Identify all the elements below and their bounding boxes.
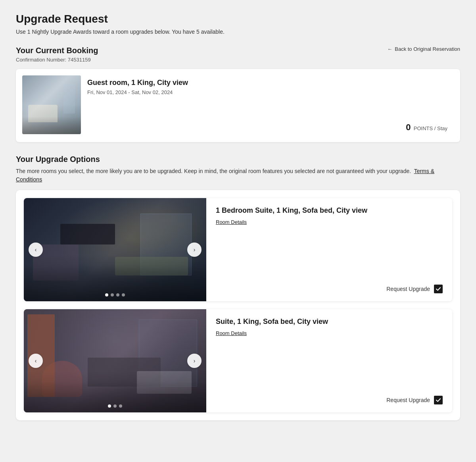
room-details-link-1[interactable]: Room Details [216,219,443,225]
upgrade-room-name-1: 1 Bedroom Suite, 1 King, Sofa bed, City … [216,206,443,215]
back-to-reservation-link[interactable]: ← Back to Original Reservation [387,46,460,52]
booking-room-name: Guest room, 1 King, City view [87,79,447,87]
upgrade-room-image-2: ‹ › [24,309,206,412]
carousel-dots-1 [105,293,125,296]
upgrade-card-1: ‹ › 1 Bedroom Suite, 1 King, Sofa bed, C… [24,198,452,301]
back-arrow-icon: ← [387,46,392,52]
carousel-dot [119,404,122,408]
page-subtitle: Use 1 Nightly Upgrade Awards toward a ro… [16,29,460,35]
booking-points: 0 POINTS / Stay [87,98,447,133]
upgrade-options-desc: The more rooms you select, the more like… [16,167,460,184]
points-value: 0 [406,122,411,132]
booking-dates: Fri, Nov 01, 2024 - Sat, Nov 02, 2024 [87,89,447,95]
booking-room-image [22,75,81,134]
carousel-dot [105,293,108,296]
carousel-prev-btn-1[interactable]: ‹ [29,243,43,257]
carousel-dot [108,404,111,408]
carousel-dot [122,293,125,296]
request-upgrade-row-2: Request Upgrade [216,372,443,404]
upgrade-room-image-1: ‹ › [24,198,206,301]
request-upgrade-label-2: Request Upgrade [386,397,430,403]
upgrade-room-name-2: Suite, 1 King, Sofa bed, City view [216,317,443,326]
carousel-next-btn-1[interactable]: › [187,243,202,257]
carousel-next-btn-2[interactable]: › [187,354,202,368]
upgrade-checkbox-2[interactable] [434,396,443,404]
carousel-dots-2 [108,404,122,408]
upgrade-checkbox-1[interactable] [434,285,443,293]
confirmation-number: Confirmation Number: 74531159 [16,57,460,63]
upgrade-card-2: ‹ › Suite, 1 King, Sofa bed, City view R… [24,309,452,412]
current-booking-title: Your Current Booking [16,46,98,55]
upgrade-card-info-1: 1 Bedroom Suite, 1 King, Sofa bed, City … [206,198,452,301]
current-booking-card: Guest room, 1 King, City view Fri, Nov 0… [16,69,460,142]
request-upgrade-label-1: Request Upgrade [386,286,430,292]
request-upgrade-row-1: Request Upgrade [216,261,443,293]
carousel-dot [116,293,119,296]
upgrade-options-container: ‹ › 1 Bedroom Suite, 1 King, Sofa bed, C… [16,190,460,420]
carousel-dot [113,404,117,408]
upgrade-card-info-2: Suite, 1 King, Sofa bed, City view Room … [206,309,452,412]
back-link-label: Back to Original Reservation [395,46,460,52]
page-title: Upgrade Request [16,13,460,25]
room-details-link-2[interactable]: Room Details [216,330,443,336]
carousel-dot [111,293,114,296]
upgrade-options-section: Your Upgrade Options The more rooms you … [16,155,460,184]
carousel-prev-btn-2[interactable]: ‹ [29,354,43,368]
points-label: POINTS / Stay [414,125,447,131]
booking-room-info: Guest room, 1 King, City view Fri, Nov 0… [81,75,454,136]
upgrade-options-title: Your Upgrade Options [16,155,460,164]
